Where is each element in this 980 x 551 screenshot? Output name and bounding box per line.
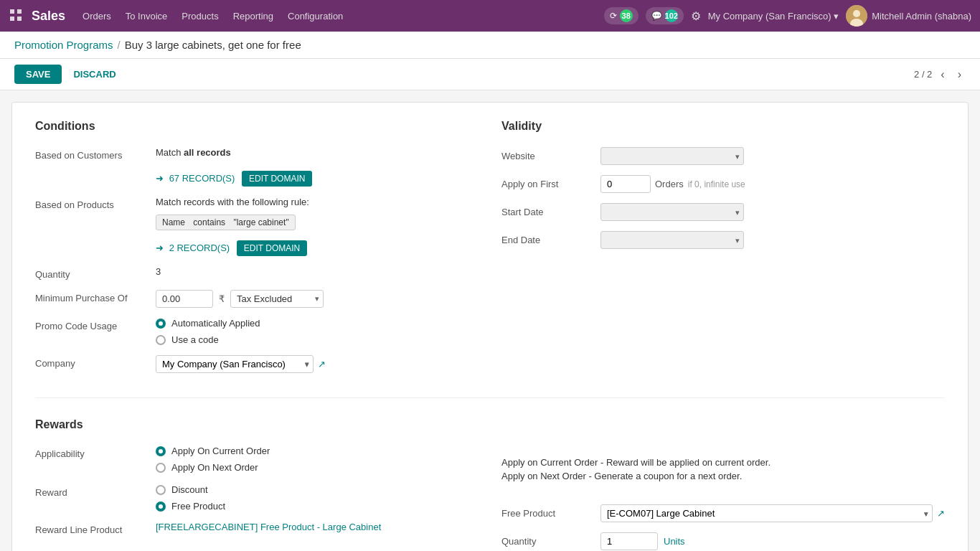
settings-icon[interactable]: ⚙ [691,9,701,23]
quantity-label: Quantity [35,266,150,280]
company-selector[interactable]: My Company (San Francisco) ▾ [708,11,839,22]
promo-code-row: Promo Code Usage Automatically Applied U… [35,318,479,345]
auto-applied-option[interactable]: Automatically Applied [156,318,479,329]
breadcrumb: Promotion Programs / Buy 3 large cabinet… [0,32,980,59]
promo-code-options: Automatically Applied Use a code [156,318,479,345]
toolbar: SAVE DISCARD 2 / 2 ‹ › [0,59,980,90]
topnav-right: ⟳ 38 💬 102 ⚙ My Company (San Francisco) … [604,5,971,27]
svg-rect-2 [10,17,14,21]
free-product-radio-option[interactable]: Free Product [156,501,479,512]
company-label: Company [35,355,150,369]
apply-on-first-row: Apply on First Orders if 0, infinite use [501,175,945,193]
apply-current-order-label: Apply On Current Order [171,446,270,456]
rewards-layout: Applicability Apply On Current Order App… [35,446,945,551]
nav-orders[interactable]: Orders [83,11,111,22]
products-domain-row: ➜ 2 RECORD(S) EDIT DOMAIN [35,240,479,256]
free-product-input[interactable] [600,504,933,522]
nav-products[interactable]: Products [182,11,218,22]
based-on-customers-row: Based on Customers Match all records [35,147,479,161]
start-date-select[interactable] [600,203,744,221]
website-row: Website [501,147,945,165]
apply-current-order-option[interactable]: Apply On Current Order [156,446,479,456]
arrow-icon-2: ➜ [156,242,164,253]
svg-rect-0 [10,9,14,14]
svg-rect-3 [17,17,22,21]
apply-next-order-radio[interactable] [156,463,166,473]
apply-current-order-radio[interactable] [156,446,166,456]
filter-name: Name [162,217,185,227]
free-product-field-label: Free Product [501,508,595,519]
free-product-row: Free Product ▾ ↗ [501,504,945,522]
quantity-row: Quantity 3 [35,266,479,280]
applicability-row: Applicability Apply On Current Order App… [35,446,479,473]
main-content: Conditions Based on Customers Match all … [0,102,980,551]
edit-domain-button-2[interactable]: EDIT DOMAIN [237,240,307,256]
breadcrumb-parent[interactable]: Promotion Programs [14,39,113,51]
nav-links: Orders To Invoice Products Reporting Con… [83,11,604,22]
match-rule-text: Match records with the following rule: [156,197,309,207]
use-code-label: Use a code [171,334,219,345]
activity-icon: ⟳ [610,11,617,21]
edit-domain-button-1[interactable]: EDIT DOMAIN [242,171,312,187]
rewards-left: Applicability Apply On Current Order App… [35,446,479,551]
promo-code-label: Promo Code Usage [35,318,150,331]
website-select[interactable] [600,147,744,165]
nav-to-invoice[interactable]: To Invoice [126,11,168,22]
user-menu[interactable]: Mitchell Admin (shabna) [846,5,971,27]
conditions-title: Conditions [35,120,479,133]
end-date-select[interactable] [600,231,744,249]
use-code-radio[interactable] [156,335,166,345]
min-purchase-input[interactable] [156,290,213,308]
conditions-validity-layout: Conditions Based on Customers Match all … [35,120,945,383]
applicability-label: Applicability [35,446,150,459]
activity-badge[interactable]: ⟳ 38 [604,7,639,24]
applicability-descriptions: Apply on Current Order - Reward will be … [501,451,945,487]
free-product-radio[interactable] [156,501,166,512]
company-external-link-icon[interactable]: ↗ [318,359,326,369]
discount-radio[interactable] [156,485,166,495]
products-records-link[interactable]: 2 RECORD(S) [169,242,230,253]
applicability-options: Apply On Current Order Apply On Next Ord… [156,446,479,473]
content-card: Conditions Based on Customers Match all … [11,102,969,551]
save-button[interactable]: SAVE [14,65,62,84]
free-product-external-link-icon[interactable]: ↗ [937,508,945,519]
grid-icon[interactable] [9,8,23,24]
desc-next-text: - Generate a coupon for a next order. [586,471,743,481]
avatar [846,5,867,27]
based-on-products-label: Based on Products [35,197,150,210]
units-label: Units [664,536,685,547]
use-code-option[interactable]: Use a code [156,334,479,345]
apply-next-order-option[interactable]: Apply On Next Order [156,462,479,473]
customers-domain-row: ➜ 67 RECORD(S) EDIT DOMAIN [35,171,479,187]
tax-select[interactable]: Tax Excluded Tax Included [230,290,324,308]
min-purchase-fields: ₹ Tax Excluded Tax Included [156,290,479,308]
message-badge[interactable]: 💬 102 [646,7,684,24]
desc-current-label: Apply on Current Order [501,457,598,468]
based-on-products-value: Match records with the following rule: N… [156,197,479,230]
auto-applied-radio[interactable] [156,319,166,329]
desc-current-text: - Reward will be applied on current orde… [598,457,771,468]
next-page-button[interactable]: › [953,67,966,83]
reward-quantity-input[interactable] [600,532,658,550]
min-purchase-row: Minimum Purchase Of ₹ Tax Excluded Tax I… [35,290,479,308]
validity-section: Validity Website Apply on First [501,120,945,383]
company-row: Company ▾ ↗ [35,355,479,373]
discount-option[interactable]: Discount [156,484,479,495]
apply-first-input[interactable] [600,175,651,193]
tax-select-wrapper: Tax Excluded Tax Included [230,290,324,308]
prev-page-button[interactable]: ‹ [936,67,948,83]
reward-line-link[interactable]: [FREELARGECABINET] Free Product - Large … [156,522,381,532]
customer-records-link[interactable]: 67 RECORD(S) [169,173,235,184]
discard-button[interactable]: DISCARD [67,65,121,84]
nav-reporting[interactable]: Reporting [233,11,273,22]
match-text: Match all records [156,147,231,158]
activity-count: 38 [620,9,633,22]
based-on-customers-value: Match all records [156,147,479,158]
message-count: 102 [665,9,678,22]
nav-configuration[interactable]: Configuration [288,11,343,22]
user-name: Mitchell Admin (shabna) [872,11,971,22]
filter-op: contains [193,217,225,227]
company-input[interactable] [156,355,314,373]
infinite-label: if 0, infinite use [688,179,745,189]
start-date-row: Start Date [501,203,945,221]
